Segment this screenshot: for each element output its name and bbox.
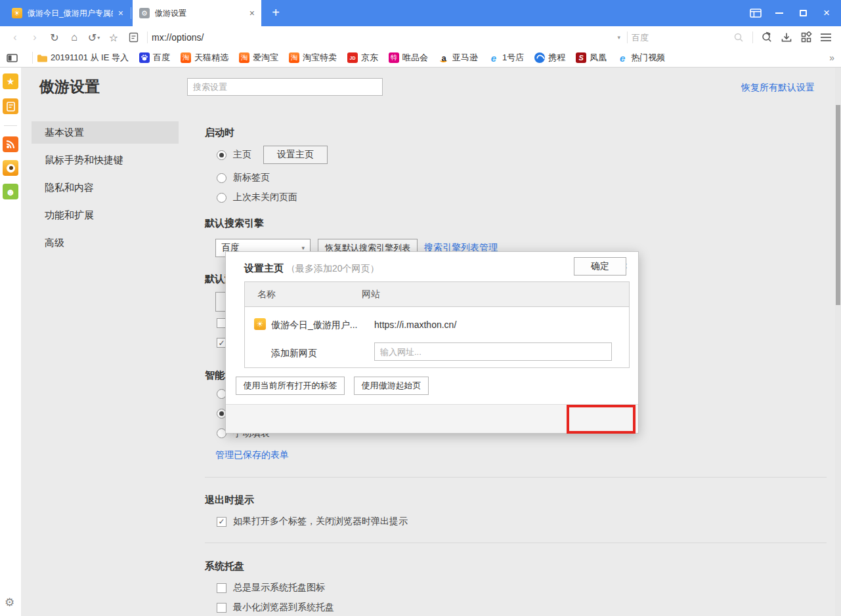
column-header-site: 网站 bbox=[362, 289, 380, 300]
startup-option-homepage[interactable]: 主页 设置主页 bbox=[217, 146, 328, 164]
jd-icon: JD bbox=[347, 52, 358, 63]
bookmark-hot-video[interactable]: e 热门视频 bbox=[617, 52, 665, 64]
extensions-grid-icon[interactable] bbox=[796, 28, 816, 47]
sidebar-settings-gear-icon[interactable]: ⚙ bbox=[5, 596, 14, 609]
bookmark-amazon[interactable]: a 亚马逊 bbox=[439, 52, 478, 64]
manage-saved-forms-link[interactable]: 管理已保存的表单 bbox=[215, 449, 289, 461]
bookmark-tmall[interactable]: 淘 天猫精选 bbox=[181, 52, 228, 64]
sidebar-divider bbox=[4, 125, 17, 126]
tray-checkbox-minimize[interactable]: 最小化浏览器到系统托盘 bbox=[217, 602, 334, 613]
taobao-icon: 淘 bbox=[239, 52, 249, 63]
downloads-icon[interactable] bbox=[777, 28, 796, 47]
radio-icon[interactable] bbox=[217, 173, 226, 183]
sidebar-toggle-icon[interactable] bbox=[7, 54, 18, 62]
startup-option-restore[interactable]: 上次未关闭页面 bbox=[217, 191, 297, 204]
homepage-table: 名称 网站 ☀ 傲游今日_傲游用户... https://i.maxthon.c… bbox=[244, 281, 630, 368]
set-homepage-dialog: 设置主页（最多添加20个网页） × 名称 网站 ☀ 傲游今日_傲游用户... h… bbox=[225, 251, 639, 434]
favorite-star-icon[interactable]: ☆ bbox=[104, 28, 123, 47]
tab-settings[interactable]: ⚙ 傲游设置 × bbox=[133, 0, 261, 26]
close-tab-icon[interactable]: × bbox=[249, 8, 255, 18]
navigation-bar: ‹ › ↻ ⌂ ↺▾ ☆ ▾ bbox=[0, 26, 841, 49]
browser-window: ☀ 傲游今日_傲游用户专属的个性 × ⚙ 傲游设置 × + × ‹ › ↻ ⌂ … bbox=[0, 0, 841, 616]
tab-title: 傲游今日_傲游用户专属的个性 bbox=[28, 8, 113, 19]
exit-prompt-checkbox[interactable]: ✓ 如果打开多个标签，关闭浏览器时弹出提示 bbox=[217, 516, 408, 527]
bookmarks-bar: 20191101 从 IE 导入 百度 淘 天猫精选 淘 爱淘宝 淘 淘宝特卖 … bbox=[0, 49, 841, 68]
radio-icon[interactable] bbox=[217, 193, 226, 203]
resource-sniffer-icon[interactable] bbox=[757, 28, 777, 47]
use-start-page-button[interactable]: 使用傲游起始页 bbox=[354, 377, 429, 395]
search-icon[interactable] bbox=[729, 28, 748, 47]
toolbar-divider bbox=[627, 31, 628, 43]
forward-icon[interactable]: › bbox=[25, 28, 45, 47]
nav-item-advanced[interactable]: 高级 bbox=[32, 232, 179, 254]
use-current-tabs-button[interactable]: 使用当前所有打开的标签 bbox=[236, 377, 345, 395]
bookmark-jd[interactable]: JD 京东 bbox=[347, 52, 378, 64]
bookmark-taobao-sale[interactable]: 淘 淘宝特卖 bbox=[289, 52, 337, 64]
add-new-page-label: 添加新网页 bbox=[271, 348, 317, 359]
set-homepage-button[interactable]: 设置主页 bbox=[263, 146, 328, 164]
undo-closed-tab-icon[interactable]: ↺▾ bbox=[84, 28, 104, 47]
baidu-paw-icon bbox=[139, 52, 150, 63]
omni-search-input[interactable] bbox=[632, 33, 729, 43]
toolbar-divider bbox=[147, 31, 148, 43]
quick-access-layout-icon[interactable] bbox=[744, 0, 767, 26]
home-icon[interactable]: ⌂ bbox=[64, 28, 84, 47]
address-bar-input[interactable] bbox=[152, 32, 615, 43]
checkbox-icon[interactable] bbox=[217, 583, 226, 593]
snap-note-icon[interactable] bbox=[123, 28, 143, 47]
dialog-subtitle: （最多添加20个网页） bbox=[286, 263, 379, 274]
search-engine-dropdown-icon[interactable]: ▾ bbox=[617, 34, 620, 41]
page-scrollbar[interactable] bbox=[835, 68, 841, 616]
tab-separator bbox=[131, 7, 131, 19]
minimize-button[interactable] bbox=[767, 0, 791, 26]
tab-maxthon-today[interactable]: ☀ 傲游今日_傲游用户专属的个性 × bbox=[5, 0, 130, 26]
bookmark-yhd[interactable]: e 1号店 bbox=[488, 52, 524, 64]
tray-checkbox-always-show[interactable]: 总是显示系统托盘图标 bbox=[217, 583, 325, 593]
weibo-sidebar-icon[interactable] bbox=[3, 160, 18, 176]
section-heading-exit-prompt: 退出时提示 bbox=[205, 494, 254, 506]
bookmark-aitaobao[interactable]: 淘 爱淘宝 bbox=[239, 52, 278, 64]
bookmark-ifeng[interactable]: S 凤凰 bbox=[576, 52, 607, 64]
amazon-icon: a bbox=[439, 52, 449, 63]
maximize-button[interactable] bbox=[791, 0, 815, 26]
back-icon[interactable]: ‹ bbox=[5, 28, 25, 47]
bookmark-folder-ie-import[interactable]: 20191101 从 IE 导入 bbox=[37, 52, 129, 64]
smiley-sidebar-icon[interactable]: ☻ bbox=[3, 184, 18, 199]
bookmarks-overflow-icon[interactable]: » bbox=[829, 52, 834, 63]
ifeng-icon: S bbox=[576, 52, 586, 63]
tab-title: 傲游设置 bbox=[155, 8, 244, 19]
maxthon-logo-icon: ☀ bbox=[12, 8, 22, 18]
notes-sidebar-icon[interactable] bbox=[3, 98, 18, 114]
bookmark-baidu[interactable]: 百度 bbox=[139, 52, 170, 64]
scrollbar-thumb[interactable] bbox=[836, 105, 840, 305]
new-tab-button[interactable]: + bbox=[268, 5, 284, 21]
nav-item-features[interactable]: 功能和扩展 bbox=[32, 204, 179, 226]
main-menu-icon[interactable] bbox=[816, 28, 836, 47]
ie-icon: e bbox=[617, 52, 628, 63]
taobao-icon: 淘 bbox=[181, 52, 191, 63]
reload-icon[interactable]: ↻ bbox=[45, 28, 64, 47]
toolbar-divider bbox=[752, 31, 753, 43]
close-tab-icon[interactable]: × bbox=[118, 8, 123, 18]
column-header-name: 名称 bbox=[245, 289, 362, 300]
startup-option-newtab[interactable]: 新标签页 bbox=[217, 171, 270, 184]
section-divider bbox=[205, 477, 827, 478]
favorites-sidebar-icon[interactable]: ★ bbox=[3, 73, 18, 89]
checkbox-checked-icon[interactable]: ✓ bbox=[217, 517, 226, 527]
settings-gear-icon: ⚙ bbox=[139, 8, 150, 18]
nav-item-gestures[interactable]: 鼠标手势和快捷键 bbox=[32, 149, 179, 171]
bookmark-vip[interactable]: 特 唯品会 bbox=[389, 52, 428, 64]
ok-button[interactable]: 确定 bbox=[574, 257, 626, 276]
rss-sidebar-icon[interactable] bbox=[3, 136, 18, 152]
homepage-row-name: 傲游今日_傲游用户... bbox=[271, 319, 357, 331]
chevron-down-icon: ▾ bbox=[301, 245, 305, 251]
checkbox-icon[interactable] bbox=[217, 603, 226, 613]
close-window-button[interactable]: × bbox=[815, 0, 838, 26]
ie-icon: e bbox=[488, 52, 499, 63]
add-url-input[interactable] bbox=[374, 342, 612, 361]
taobao-icon: 淘 bbox=[289, 52, 299, 63]
radio-selected-icon[interactable] bbox=[217, 150, 226, 160]
bookmark-ctrip[interactable]: 携程 bbox=[534, 52, 565, 64]
nav-item-privacy[interactable]: 隐私和内容 bbox=[32, 176, 179, 199]
nav-item-basic[interactable]: 基本设置 bbox=[32, 121, 179, 144]
